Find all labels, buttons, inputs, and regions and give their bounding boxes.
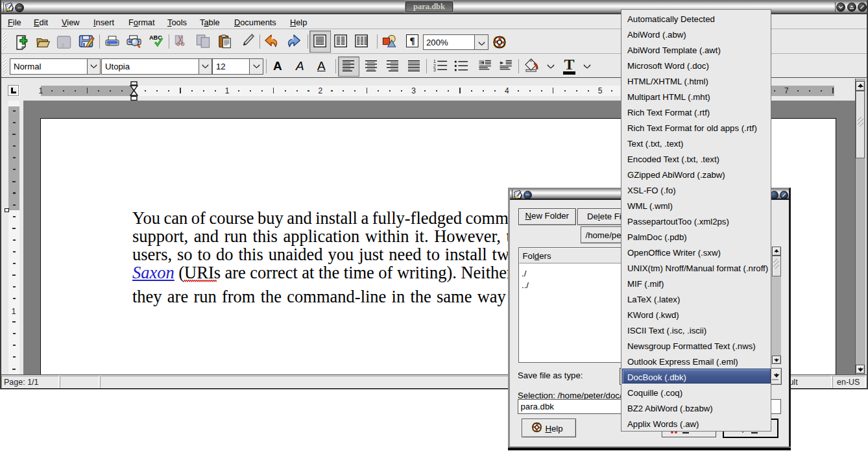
svg-text:3: 3 [433,67,436,72]
